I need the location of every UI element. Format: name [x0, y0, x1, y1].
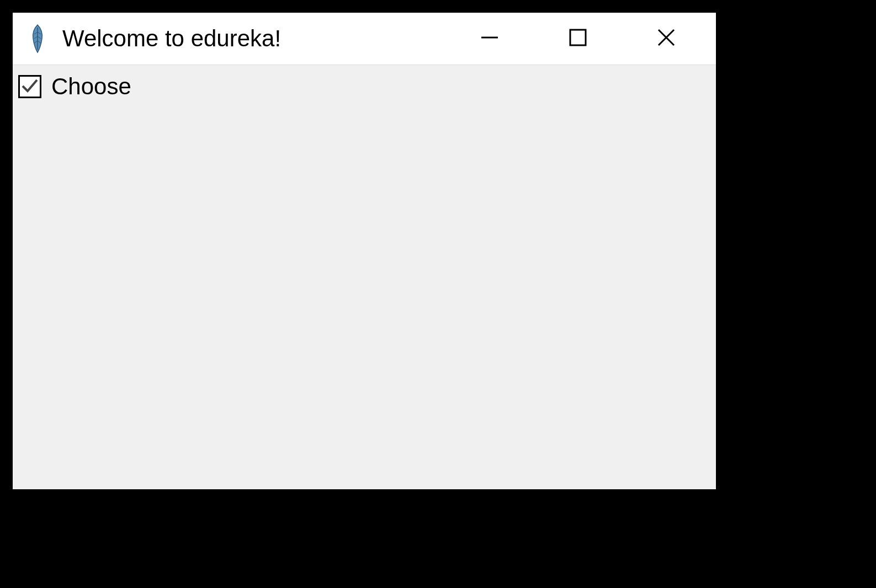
titlebar[interactable]: Welcome to edureka!	[13, 13, 716, 65]
minimize-button[interactable]	[445, 14, 534, 63]
maximize-icon	[567, 26, 589, 51]
client-area: Choose	[13, 65, 716, 489]
window-title: Welcome to edureka!	[62, 25, 445, 52]
maximize-button[interactable]	[534, 14, 622, 63]
minimize-icon	[479, 26, 501, 51]
choose-checkbutton[interactable]: Choose	[18, 73, 131, 100]
checkmark-icon	[20, 76, 39, 97]
checkbutton-label: Choose	[51, 73, 131, 100]
close-icon	[655, 26, 677, 51]
app-window: Welcome to edureka!	[11, 11, 718, 491]
close-button[interactable]	[622, 14, 710, 63]
tk-feather-icon	[26, 22, 49, 55]
checkbox-box	[18, 75, 41, 98]
svg-rect-1	[570, 30, 586, 45]
window-controls	[445, 14, 710, 63]
